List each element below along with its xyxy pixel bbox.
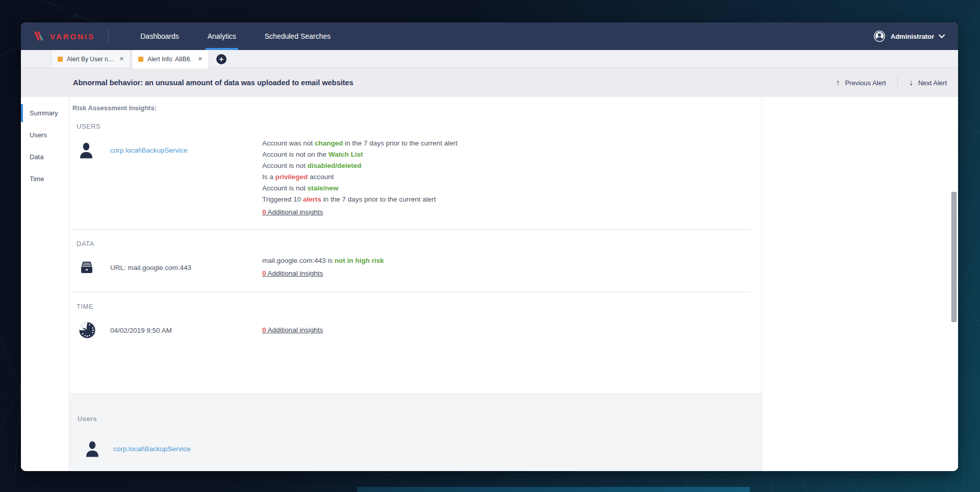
summary-main: Risk Assessment Insights: USERScorp.loca… [69,97,762,471]
nav-item-dashboards[interactable]: Dashboards [126,22,193,50]
user-icon [79,137,110,163]
alert-tab-icon [58,57,63,62]
risk-assessment-panel: Risk Assessment Insights: USERScorp.loca… [69,97,762,393]
insight-segment: privileged [275,173,308,181]
topbar-divider [108,30,109,43]
insight-segment: mail.google.com:443 is [262,257,335,264]
insight-segment: Account is not [262,162,308,169]
insight-line: Account is not on the Watch List [262,149,751,160]
tab-alert-info[interactable]: Alert Info: A8B6. ✕ [132,50,209,68]
sidebar-item-summary[interactable]: Summary [21,102,69,124]
insight-segment: stale/new [308,184,339,192]
tab-label: Alert Info: A8B6. [147,56,192,63]
alert-title: Abnormal behavior: an unusual amount of … [73,79,353,87]
alert-pagination: ↑ Previous Alert ↓ Next Alert [836,76,947,89]
section-row: corp.local\BackupServiceAccount was not … [71,137,751,218]
insight-segment: Account is not [262,184,308,192]
insight-line: Account was not changed in the 7 days pr… [262,138,751,149]
section-row: URL: mail.google.com:443mail.google.com:… [71,254,751,281]
right-empty-panel [762,97,958,471]
insight-section-data: DATAURL: mail.google.com:443mail.google.… [71,229,751,292]
tab-alert-by-user[interactable]: Alert By User n... ✕ [51,50,131,68]
section-label: DATA [77,240,751,248]
section-row: 04/02/2019 9:50 AM0 Additional insights [71,317,751,343]
section-label: TIME [77,303,751,310]
insight-segment: Triggered 10 [262,195,303,203]
insight-line: mail.google.com:443 is not in high risk [262,255,751,266]
insight-segment: Account was not [262,139,315,147]
entity-link[interactable]: corp.local\BackupService [110,146,188,154]
desktop-background: VARONIS Dashboards Analytics Scheduled S… [0,0,980,492]
insights-cell: Account was not changed in the 7 days pr… [262,137,751,218]
insights-cell: 0 Additional insights [262,317,751,343]
varonis-app-window: VARONIS Dashboards Analytics Scheduled S… [21,22,958,471]
users-section-heading: Users [78,415,762,423]
insight-segment: Account is not on the [262,151,329,158]
section-label: USERS [77,122,751,130]
insights-cell: mail.google.com:443 is not in high risk0… [262,254,751,281]
scrollbar[interactable] [951,192,957,322]
close-icon[interactable]: ✕ [198,56,203,62]
insight-line: Account is not stale/new [262,183,751,194]
insight-section-users: USERScorp.local\BackupServiceAccount was… [71,122,751,229]
insight-line: Triggered 10 alerts in the 7 days prior … [262,194,751,205]
insight-segment: in the 7 days prior to the current alert [343,139,457,147]
divider [897,76,898,89]
sidebar-item-users[interactable]: Users [21,124,69,146]
insight-line: Is a privileged account [262,171,751,183]
insight-segment: account [308,173,334,181]
nav-item-analytics[interactable]: Analytics [193,22,250,50]
varonis-logo-text: VARONIS [50,32,95,41]
entity-text: 04/02/2019 9:50 AM [110,327,172,334]
entity-cell: URL: mail.google.com:443 [110,254,262,281]
varonis-logo-icon [33,30,45,42]
varonis-logo: VARONIS [21,22,108,50]
close-icon[interactable]: ✕ [119,56,124,62]
insight-segment: alerts [303,195,321,203]
user-menu-label: Administrator [891,33,934,40]
time-icon [79,317,110,343]
sidebar-item-data[interactable]: Data [21,146,69,168]
chevron-down-icon [939,34,945,38]
insight-line: Account is not disabled/deleted [262,160,751,171]
additional-insights-link[interactable]: 0 Additional insights [262,207,323,218]
user-icon [85,440,100,457]
content-area: Summary Users Data Time Risk Assessment … [21,97,958,471]
entity-text: URL: mail.google.com:443 [110,264,191,272]
user-menu[interactable]: Administrator [873,30,958,43]
additional-insights-link[interactable]: 0 Additional insights [262,268,323,279]
additional-insights-count: 0 [262,208,266,216]
summary-sidebar: Summary Users Data Time [21,97,69,471]
additional-insights-count: 0 [262,269,266,277]
insight-segment: Watch List [329,151,363,158]
additional-insights-link[interactable]: 0 Additional insights [262,325,323,336]
main-nav: Dashboards Analytics Scheduled Searches [126,22,345,50]
sidebar-item-time[interactable]: Time [21,168,69,190]
alert-tab-icon [138,57,143,62]
user-row: corp.local\BackupService [78,440,762,457]
entity-cell: corp.local\BackupService [110,137,262,163]
previous-alert-button[interactable]: ↑ Previous Alert [836,78,886,87]
insight-segment: changed [315,139,343,147]
insight-segment: in the 7 days prior to the current alert [321,195,436,203]
data-icon [79,254,110,281]
insight-segment: not in high risk [335,257,384,264]
insight-segment: Is a [262,173,275,181]
add-tab-button[interactable]: + [216,54,227,64]
next-alert-button[interactable]: ↓ Next Alert [909,78,947,87]
risk-assessment-heading: Risk Assessment Insights: [71,104,751,112]
user-avatar-icon [873,30,886,43]
alert-header-bar: Abnormal behavior: an unusual amount of … [21,68,958,97]
insight-sections: USERScorp.local\BackupServiceAccount was… [71,122,751,355]
taskbar-strip [357,487,750,492]
entity-cell: 04/02/2019 9:50 AM [110,317,262,343]
user-link[interactable]: corp.local\BackupService [113,445,191,453]
users-detail-section: Users corp.local\BackupService [69,393,762,471]
additional-insights-count: 0 [262,326,266,334]
arrow-down-icon: ↓ [909,78,913,87]
nav-item-scheduled-searches[interactable]: Scheduled Searches [250,22,345,50]
top-navigation-bar: VARONIS Dashboards Analytics Scheduled S… [21,22,958,50]
insight-section-time: TIME04/02/2019 9:50 AM0 Additional insig… [71,292,751,355]
arrow-up-icon: ↑ [836,78,840,87]
tab-strip: Alert By User n... ✕ Alert Info: A8B6. ✕… [21,50,958,68]
